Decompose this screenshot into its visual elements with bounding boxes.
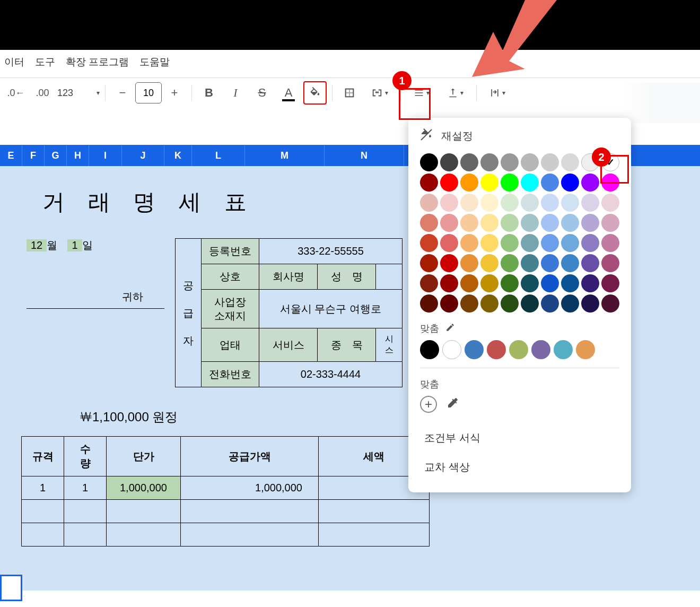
- color-swatch[interactable]: [541, 174, 559, 192]
- col-header[interactable]: H: [67, 145, 89, 166]
- color-swatch[interactable]: [521, 194, 539, 212]
- theme-color-swatch[interactable]: [420, 340, 439, 359]
- color-swatch[interactable]: [521, 174, 539, 192]
- color-swatch[interactable]: [420, 153, 438, 171]
- merge-cells-button[interactable]: ▾: [364, 81, 395, 105]
- menu-help[interactable]: 도움말: [139, 55, 170, 69]
- color-swatch[interactable]: [501, 294, 519, 313]
- color-swatch[interactable]: [581, 234, 599, 252]
- color-swatch[interactable]: [501, 153, 519, 171]
- color-swatch[interactable]: [541, 274, 559, 292]
- menu-tools[interactable]: 도구: [35, 55, 55, 69]
- color-swatch[interactable]: [501, 234, 519, 252]
- color-swatch[interactable]: [581, 274, 599, 292]
- bold-button[interactable]: B: [197, 81, 221, 105]
- color-swatch[interactable]: [601, 214, 619, 232]
- col-header[interactable]: L: [192, 145, 245, 166]
- color-swatch[interactable]: [581, 174, 599, 192]
- font-size-decrease-button[interactable]: −: [111, 81, 134, 105]
- v-align-button[interactable]: ▾: [440, 81, 471, 105]
- color-swatch[interactable]: [601, 234, 619, 252]
- color-swatch[interactable]: [541, 234, 559, 252]
- color-swatch[interactable]: [440, 234, 458, 252]
- h-align-button[interactable]: ▾: [406, 81, 437, 105]
- color-swatch[interactable]: [521, 234, 539, 252]
- color-swatch[interactable]: [561, 234, 579, 252]
- conditional-formatting-menu[interactable]: 조건부 서식: [420, 423, 619, 453]
- theme-color-swatch[interactable]: [465, 340, 484, 359]
- color-swatch[interactable]: [420, 194, 438, 212]
- color-swatch[interactable]: [480, 194, 498, 212]
- font-size-input[interactable]: 10: [135, 82, 162, 103]
- alternating-colors-menu[interactable]: 교차 색상: [420, 453, 619, 482]
- color-swatch[interactable]: [440, 174, 458, 192]
- color-swatch[interactable]: [541, 153, 559, 171]
- color-swatch[interactable]: [501, 274, 519, 292]
- color-swatch[interactable]: [440, 214, 458, 232]
- color-swatch[interactable]: [420, 294, 438, 313]
- col-header[interactable]: M: [245, 145, 325, 166]
- italic-button[interactable]: I: [224, 81, 247, 105]
- color-swatch[interactable]: [480, 234, 498, 252]
- color-swatch[interactable]: [440, 294, 458, 313]
- edit-icon[interactable]: [445, 323, 455, 335]
- theme-color-swatch[interactable]: [576, 340, 595, 359]
- color-swatch[interactable]: [501, 254, 519, 272]
- color-swatch[interactable]: [420, 254, 438, 272]
- color-swatch[interactable]: [501, 214, 519, 232]
- col-header[interactable]: F: [22, 145, 45, 166]
- theme-color-swatch[interactable]: [554, 340, 573, 359]
- color-swatch[interactable]: [521, 254, 539, 272]
- color-swatch[interactable]: [521, 294, 539, 313]
- color-swatch[interactable]: [420, 234, 438, 252]
- col-header[interactable]: I: [89, 145, 122, 166]
- color-swatch[interactable]: [561, 294, 579, 313]
- color-swatch[interactable]: [541, 194, 559, 212]
- theme-color-swatch[interactable]: [442, 340, 461, 359]
- color-swatch[interactable]: [601, 174, 619, 192]
- color-swatch[interactable]: [440, 254, 458, 272]
- menu-extensions[interactable]: 확장 프로그램: [66, 55, 129, 69]
- color-swatch[interactable]: [440, 153, 458, 171]
- text-wrap-button[interactable]: ▾: [482, 81, 513, 105]
- color-swatch[interactable]: [521, 214, 539, 232]
- color-swatch[interactable]: [541, 214, 559, 232]
- color-swatch[interactable]: [561, 214, 579, 232]
- add-custom-color-button[interactable]: +: [420, 396, 437, 413]
- color-swatch[interactable]: [460, 174, 478, 192]
- color-swatch[interactable]: [601, 294, 619, 313]
- color-swatch[interactable]: [521, 153, 539, 171]
- theme-color-swatch[interactable]: [531, 340, 550, 359]
- color-swatch[interactable]: [601, 194, 619, 212]
- col-header[interactable]: G: [45, 145, 67, 166]
- color-swatch[interactable]: [480, 254, 498, 272]
- number-format-dropdown[interactable]: 123 ▾: [57, 88, 100, 99]
- reset-label[interactable]: 재설정: [441, 129, 473, 143]
- col-header[interactable]: E: [0, 145, 22, 166]
- borders-button[interactable]: [338, 81, 361, 105]
- color-swatch[interactable]: [581, 194, 599, 212]
- color-swatch[interactable]: [460, 153, 478, 171]
- color-swatch[interactable]: [601, 254, 619, 272]
- color-swatch[interactable]: [561, 153, 579, 171]
- color-swatch[interactable]: [480, 294, 498, 313]
- increase-decimal-button[interactable]: .00: [31, 81, 54, 105]
- color-swatch[interactable]: [581, 254, 599, 272]
- col-header[interactable]: K: [164, 145, 192, 166]
- eyedropper-button[interactable]: [447, 396, 459, 412]
- menu-data[interactable]: 이터: [4, 55, 24, 69]
- table-row[interactable]: [22, 523, 430, 547]
- color-swatch[interactable]: [541, 294, 559, 313]
- color-swatch[interactable]: [440, 274, 458, 292]
- color-swatch[interactable]: [460, 214, 478, 232]
- decrease-decimal-button[interactable]: .0←: [4, 81, 28, 105]
- color-swatch[interactable]: [581, 294, 599, 313]
- color-swatch[interactable]: [460, 194, 478, 212]
- color-swatch[interactable]: [420, 214, 438, 232]
- color-swatch[interactable]: [480, 274, 498, 292]
- color-swatch[interactable]: [561, 194, 579, 212]
- color-swatch[interactable]: [480, 214, 498, 232]
- color-swatch[interactable]: [480, 174, 498, 192]
- color-swatch[interactable]: [561, 174, 579, 192]
- color-swatch[interactable]: [460, 274, 478, 292]
